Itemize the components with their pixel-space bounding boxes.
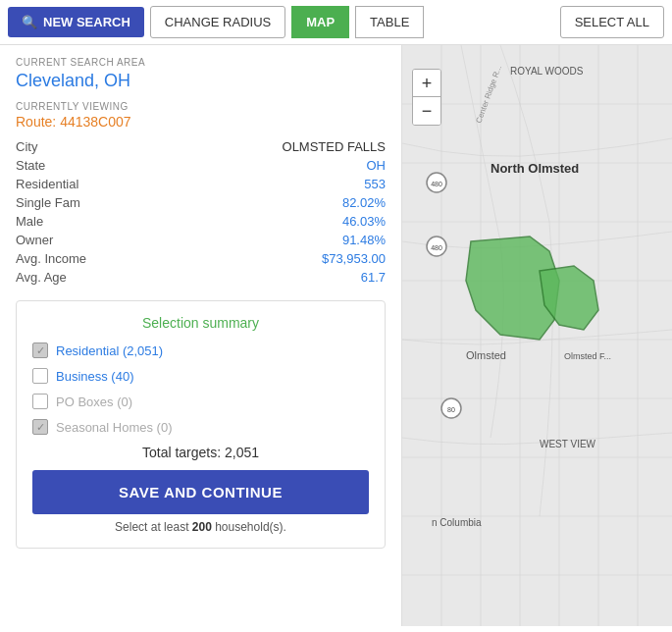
svg-text:480: 480 — [431, 244, 442, 251]
table-row: Residential553 — [16, 175, 386, 193]
svg-text:North Olmsted: North Olmsted — [491, 161, 579, 176]
row-value: 82.02% — [237, 193, 386, 212]
search-area-value: Cleveland, OH — [16, 71, 386, 91]
row-label: Single Fam — [16, 193, 237, 212]
min-household-note: Select at least 200 household(s). — [32, 520, 369, 534]
checkbox[interactable] — [32, 342, 48, 358]
table-row: Single Fam82.02% — [16, 193, 386, 212]
change-radius-label: CHANGE RADIUS — [165, 15, 271, 29]
map-svg: 480 480 80 North Olmsted Olmsted Olmsted… — [402, 45, 672, 626]
svg-text:WEST VIEW: WEST VIEW — [540, 439, 596, 449]
table-label: TABLE — [370, 15, 409, 29]
row-value: 91.48% — [237, 231, 386, 249]
row-label: Male — [16, 212, 237, 231]
row-label: Owner — [16, 231, 237, 249]
current-search-area-label: CURRENT SEARCH AREA — [16, 57, 386, 68]
data-table: CityOLMSTED FALLSStateOHResidential553Si… — [16, 137, 386, 287]
save-continue-label: SAVE AND CONTINUE — [119, 484, 283, 500]
currently-viewing-label: CURRENTLY VIEWING — [16, 101, 386, 112]
svg-text:n Columbia: n Columbia — [432, 517, 482, 528]
table-button[interactable]: TABLE — [355, 6, 424, 38]
search-icon: 🔍 — [22, 15, 37, 29]
save-and-continue-button[interactable]: SAVE AND CONTINUE — [32, 470, 369, 514]
min-note-bold: 200 — [192, 520, 212, 534]
row-value: 553 — [237, 175, 386, 193]
table-row: CityOLMSTED FALLS — [16, 137, 386, 156]
svg-text:ROYAL WOODS: ROYAL WOODS — [510, 66, 584, 77]
row-value: OH — [237, 156, 386, 175]
row-label: Avg. Income — [16, 249, 237, 268]
row-label: City — [16, 137, 237, 156]
zoom-in-button[interactable]: + — [413, 70, 440, 97]
svg-text:Olmsted: Olmsted — [466, 349, 506, 361]
table-row: StateOH — [16, 156, 386, 175]
select-all-button[interactable]: SELECT ALL — [560, 6, 664, 38]
zoom-controls: + − — [412, 69, 441, 126]
checkbox[interactable] — [32, 419, 48, 435]
left-panel: CURRENT SEARCH AREA Cleveland, OH CURREN… — [0, 45, 402, 626]
svg-text:Olmsted F...: Olmsted F... — [564, 351, 611, 361]
min-note-suffix: household(s). — [212, 520, 286, 534]
map-button[interactable]: MAP — [291, 6, 349, 38]
svg-text:480: 480 — [431, 181, 442, 187]
table-row: Male46.03% — [16, 212, 386, 231]
toolbar: 🔍 NEW SEARCH CHANGE RADIUS MAP TABLE SEL… — [0, 0, 672, 45]
main-content: CURRENT SEARCH AREA Cleveland, OH CURREN… — [0, 45, 672, 626]
selection-summary: Selection summary Residential (2,051)Bus… — [16, 300, 386, 549]
summary-item[interactable]: Residential (2,051) — [32, 342, 369, 358]
row-label: Residential — [16, 175, 237, 193]
row-value: $73,953.00 — [237, 249, 386, 268]
summary-item-label: Business (40) — [56, 369, 133, 384]
total-targets: Total targets: 2,051 — [32, 445, 369, 460]
table-row: Avg. Income$73,953.00 — [16, 249, 386, 268]
row-label: Avg. Age — [16, 268, 237, 287]
summary-item-label: Residential (2,051) — [56, 343, 163, 358]
new-search-label: NEW SEARCH — [43, 15, 130, 29]
summary-item[interactable]: Seasonal Homes (0) — [32, 419, 369, 435]
table-row: Avg. Age61.7 — [16, 268, 386, 287]
summary-item-label: Seasonal Homes (0) — [56, 420, 173, 435]
change-radius-button[interactable]: CHANGE RADIUS — [150, 6, 285, 38]
zoom-out-button[interactable]: − — [413, 97, 440, 125]
checkbox[interactable] — [32, 394, 48, 409]
svg-text:80: 80 — [447, 406, 455, 413]
min-note-prefix: Select at least — [115, 520, 192, 534]
table-row: Owner91.48% — [16, 231, 386, 249]
summary-item[interactable]: PO Boxes (0) — [32, 394, 369, 409]
route-value: Route: 44138C007 — [16, 114, 386, 130]
map-panel[interactable]: 480 480 80 North Olmsted Olmsted Olmsted… — [402, 45, 672, 626]
select-all-label: SELECT ALL — [575, 15, 649, 29]
new-search-button[interactable]: 🔍 NEW SEARCH — [8, 7, 144, 37]
row-value: 46.03% — [237, 212, 386, 231]
summary-item-label: PO Boxes (0) — [56, 395, 132, 409]
row-value: 61.7 — [237, 268, 386, 287]
row-value: OLMSTED FALLS — [237, 137, 386, 156]
selection-summary-title: Selection summary — [32, 315, 369, 331]
summary-item[interactable]: Business (40) — [32, 368, 369, 384]
row-label: State — [16, 156, 237, 175]
map-label: MAP — [306, 15, 335, 29]
checkbox[interactable] — [32, 368, 48, 384]
